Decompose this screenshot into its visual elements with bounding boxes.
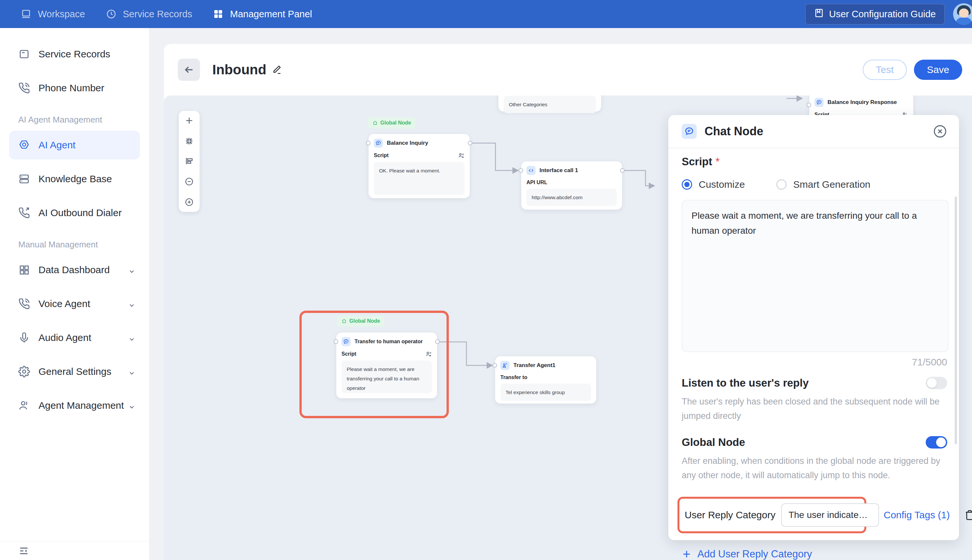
radio-smart-generation[interactable]: Smart Generation <box>776 179 870 190</box>
node-content: OK. Please wait a moment. <box>374 162 464 195</box>
avatar[interactable] <box>953 3 972 25</box>
sidebar-item-label: Service Records <box>38 48 110 60</box>
save-button[interactable]: Save <box>914 60 962 80</box>
collapse-sidebar-icon[interactable] <box>18 545 29 557</box>
sidebar-item-data-dashboard[interactable]: Data Dashboard <box>9 255 140 284</box>
node-transfer-to-human-operator[interactable]: Transfer to human operator Script Please… <box>336 332 437 398</box>
nav-item-service-records[interactable]: Service Records <box>106 9 192 20</box>
output-port[interactable] <box>620 168 625 173</box>
chat-node-icon <box>815 98 823 107</box>
flow-title: Inbound <box>212 62 267 78</box>
user-reply-category-input[interactable] <box>781 503 879 527</box>
code-node-icon <box>526 166 536 175</box>
nav-item-label: Workspace <box>38 9 85 20</box>
arrow-left-icon <box>183 64 194 75</box>
nav-item-label: Management Panel <box>230 9 312 20</box>
zoom-out-circle-icon[interactable] <box>185 177 194 186</box>
phone-icon <box>18 82 30 94</box>
required-asterisk: * <box>716 155 720 168</box>
node-other-categories[interactable]: Other Categories <box>498 95 601 112</box>
trash-icon[interactable] <box>964 510 972 520</box>
script-label: Script <box>682 155 712 168</box>
nav-right-group: User Configuration Guide <box>805 3 972 25</box>
global-node-toggle[interactable] <box>926 436 947 448</box>
sidebar-item-agent-management[interactable]: Agent Management <box>9 391 140 420</box>
sidebar-item-service-records[interactable]: Service Records <box>9 40 140 68</box>
fit-view-icon[interactable] <box>185 137 194 145</box>
global-node-row: Global Node <box>682 436 947 448</box>
close-icon[interactable] <box>933 124 947 138</box>
sidebar-item-phone-number[interactable]: Phone Number <box>9 74 140 102</box>
listen-toggle[interactable] <box>926 377 947 389</box>
dashboard-grid-icon <box>18 264 30 276</box>
home-icon <box>341 318 347 324</box>
node-content: Please wait a moment, we are transferrin… <box>341 360 432 393</box>
add-user-reply-category-button[interactable]: Add User Reply Category <box>682 548 947 560</box>
node-balance-inquiry[interactable]: Balance Inquiry Script OK. Please wait a… <box>369 134 470 198</box>
nav-item-management-panel[interactable]: Management Panel <box>213 9 312 20</box>
script-textarea[interactable]: Please wait a moment, we are transferrin… <box>682 200 949 352</box>
input-port[interactable] <box>493 363 497 368</box>
sidebar-item-voice-agent[interactable]: Voice Agent <box>9 290 140 318</box>
sidebar-item-audio-agent[interactable]: Audio Agent <box>9 323 140 352</box>
node-field-label: Transfer to <box>500 375 528 380</box>
nav-item-label: Service Records <box>123 9 192 20</box>
panel-scrollbar[interactable] <box>955 197 957 444</box>
sidebar-item-general-settings[interactable]: General Settings <box>9 357 140 386</box>
node-content: Tel experience skills group <box>500 384 591 401</box>
sidebar-item-label: Knowledge Base <box>38 173 112 185</box>
node-transfer-agent1[interactable]: Transfer Agent1 Transfer to Tel experien… <box>495 356 596 403</box>
chevron-down-icon <box>128 300 135 307</box>
edit-pencil-icon[interactable] <box>272 65 282 75</box>
input-port[interactable] <box>334 339 338 344</box>
listen-label: Listen to the user's reply <box>682 377 808 389</box>
config-tags-link[interactable]: Config Tags (1) <box>883 510 950 520</box>
sidebar-section-ai-agent-management: AI Agent Management <box>18 115 149 125</box>
node-title: Transfer to human operator <box>354 339 423 345</box>
sidebar-item-label: Audio Agent <box>38 332 91 343</box>
node-field-label: API URL <box>526 180 547 185</box>
global-node-label: Global Node <box>682 436 745 448</box>
radio-unselected-icon <box>776 179 787 190</box>
input-port[interactable] <box>519 168 523 173</box>
input-port[interactable] <box>366 141 371 145</box>
listen-row: Listen to the user's reply <box>682 377 947 389</box>
sidebar-item-ai-agent[interactable]: AI Agent <box>9 131 140 159</box>
node-title: Transfer Agent1 <box>513 362 556 369</box>
users-icon <box>18 400 30 412</box>
sidebar-item-label: Phone Number <box>38 82 104 93</box>
sidebar-item-knowledge-base[interactable]: Knowledge Base <box>9 165 140 193</box>
node-title: Interface call 1 <box>539 167 578 174</box>
back-button[interactable] <box>178 59 200 81</box>
auto-layout-icon[interactable] <box>185 157 194 165</box>
output-port[interactable] <box>435 339 440 344</box>
sidebar-item-ai-outbound-dialer[interactable]: AI Outbound Dialer <box>9 198 140 227</box>
app-window: Workspace Service Records Management Pan… <box>0 0 972 560</box>
zoom-in-circle-icon[interactable] <box>185 198 194 207</box>
clock-icon <box>106 9 117 19</box>
user-configuration-guide-button[interactable]: User Configuration Guide <box>805 4 945 25</box>
node-interface-call-1[interactable]: Interface call 1 API URL http://www.abcd… <box>521 162 622 210</box>
zoom-in-icon[interactable] <box>185 116 194 125</box>
toggle-knob <box>927 378 937 388</box>
book-icon <box>814 8 824 20</box>
user-reply-category-highlight-frame: User Reply Category <box>678 497 866 533</box>
speaker-agent-icon <box>458 152 464 159</box>
top-nav: Workspace Service Records Management Pan… <box>0 0 972 28</box>
gear-icon <box>18 366 30 377</box>
sidebar: Service Records Phone Number AI Agent Ma… <box>0 28 149 560</box>
test-button[interactable]: Test <box>863 60 907 80</box>
node-title: Balance Inquiry Response <box>827 99 897 106</box>
guide-button-label: User Configuration Guide <box>829 9 936 20</box>
avatar-shirt <box>956 18 972 25</box>
radio-customize[interactable]: Customize <box>682 179 745 190</box>
output-port[interactable] <box>468 141 472 145</box>
microphone-icon <box>18 332 30 343</box>
sidebar-item-label: AI Outbound Dialer <box>38 207 122 218</box>
ai-agent-icon <box>18 139 30 151</box>
grid-icon <box>213 9 224 19</box>
nav-item-workspace[interactable]: Workspace <box>21 9 85 20</box>
panel-body: Script* Customize Smart Generation Pleas… <box>668 148 959 560</box>
avatar-face <box>959 8 969 18</box>
input-port[interactable] <box>807 103 811 107</box>
